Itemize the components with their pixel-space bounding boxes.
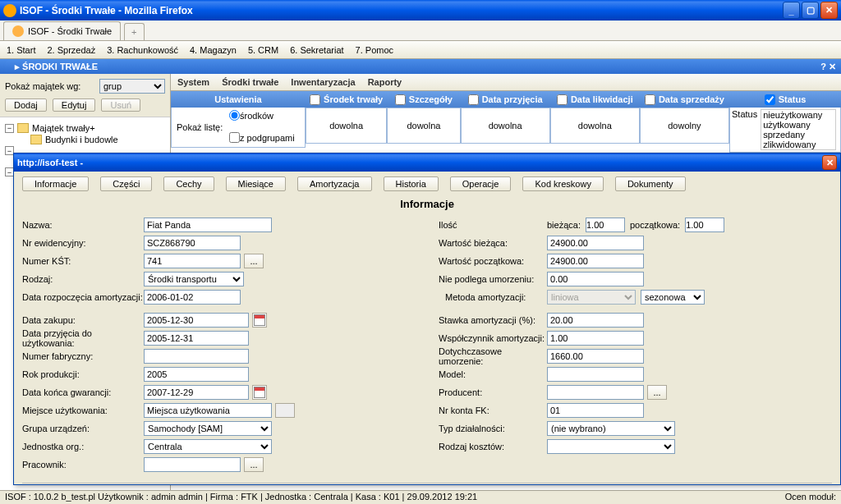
modal-tabs: Informacje Części Cechy Miesiące Amortyz… [22,176,832,191]
metoda2-select[interactable]: sezonowa [641,290,705,305]
folder-icon [30,135,42,144]
nrkonta-input[interactable] [547,403,644,418]
modal-titlebar: http://isof-test - ✕ [14,153,840,172]
grupa-select[interactable]: Samochody [SAM] [144,421,272,436]
col-check[interactable] [395,94,406,105]
col-check[interactable] [645,94,655,105]
stawka-input[interactable] [547,313,644,328]
miejsce-checkbox[interactable] [275,403,295,418]
niepod-input[interactable] [547,272,644,286]
tab-kodkreskowy[interactable]: Kod kreskowy [522,176,603,191]
tab-amortyzacja[interactable]: Amortyzacja [297,176,372,191]
firefox-icon [3,4,16,17]
show-list-label: Pokaż listę: [177,110,229,144]
minimize-button[interactable]: _ [783,2,800,19]
col-check[interactable] [468,94,479,105]
typdz-select[interactable]: (nie wybrano) [547,421,675,436]
os-titlebar: ISOF - Środki Trwałe - Mozilla Firefox _… [0,0,841,21]
wartb-input[interactable] [547,236,644,250]
tree-collapse-icon[interactable]: − [5,124,14,133]
browser-tab[interactable]: ISOF - Środki Trwałe [3,21,121,40]
folder-icon [17,123,29,133]
new-tab-button[interactable]: + [124,23,144,40]
add-button[interactable]: Dodaj [5,99,47,112]
dotych-input[interactable] [547,349,644,364]
model-input[interactable] [547,367,644,382]
kst-lookup-button[interactable]: ... [244,254,264,268]
wspol-input[interactable] [547,331,644,346]
status-list[interactable]: nieużytkowany użytkowany sprzedany zlikw… [761,109,836,150]
menu-sekretariat[interactable]: 6. Sekretariat [290,45,343,55]
menu-start[interactable]: 1. Start [7,45,35,55]
tree-node[interactable]: Budynki i budowle [18,134,165,145]
status-check[interactable] [765,94,775,105]
menu-sprzedaz[interactable]: 2. Sprzedaż [47,45,95,55]
wartp-input[interactable] [547,254,644,268]
window-title: ISOF - Środki Trwałe - Mozilla Firefox [20,5,781,16]
edit-button[interactable]: Edytuj [53,99,96,112]
tab-czesci[interactable]: Części [100,176,152,191]
menu-magazyn[interactable]: 4. Magazyn [190,45,237,55]
col-check[interactable] [310,94,320,105]
rokprod-input[interactable] [144,367,249,382]
calendar-icon[interactable] [252,313,267,328]
rodzaj-select[interactable]: Środki transportu [144,272,244,286]
tab-operacje[interactable]: Operacje [450,176,512,191]
dataroz-input[interactable] [144,290,241,305]
dataprzy-input[interactable] [144,331,249,346]
tab-miesiace[interactable]: Miesiące [226,176,286,191]
module-menubar: System Środki trwałe Inwentaryzacja Rapo… [171,74,841,91]
ilosc-biez-input[interactable] [586,218,625,232]
module-bar: ▸ ŚRODKI TRWAŁE ? ✕ [0,59,841,74]
show-by-label: Pokaż majątek wg: [5,81,99,91]
menu-system[interactable]: System [177,77,209,87]
calendar-icon[interactable] [252,385,267,400]
kst-input[interactable] [144,254,241,268]
tree-root[interactable]: − Majątek trwały+ [5,122,165,134]
tab-label: ISOF - Środki Trwałe [28,26,112,36]
pracownik-input[interactable] [144,457,241,472]
statusbar: ISOF : 10.0.2 b_test.pl Użytkownik : adm… [0,490,841,504]
tab-dokumenty[interactable]: Dokumenty [615,176,686,191]
tab-cechy[interactable]: Cechy [163,176,214,191]
opt-podgrupami[interactable]: z podgrupami [229,132,295,143]
menu-pomoc[interactable]: 7. Pomoc [356,45,393,55]
browser-tabbar: ISOF - Środki Trwałe + [0,21,841,41]
show-by-select[interactable]: grup [99,79,165,94]
ilosc-pocz-input[interactable] [685,218,724,232]
jednostka-select[interactable]: Centrala [144,439,272,454]
nrewid-input[interactable] [144,236,241,250]
tab-favicon-icon [12,25,24,37]
col-check[interactable] [557,94,568,105]
nrfab-input[interactable] [144,349,249,364]
menu-inwent[interactable]: Inwentaryzacja [291,77,355,87]
settings-header: Ustawienia [171,91,306,108]
pracownik-lookup-button[interactable]: ... [244,457,264,472]
rodzk-select[interactable] [547,439,675,454]
asset-modal: http://isof-test - ✕ Informacje Części C… [13,153,841,485]
menu-crm[interactable]: 5. CRM [248,45,278,55]
help-icon[interactable]: ? ✕ [820,62,836,72]
metoda-select: liniowa [547,290,636,305]
delete-button[interactable]: Usuń [101,99,140,112]
module-tab[interactable]: ▸ ŚRODKI TRWAŁE [5,60,108,74]
modal-heading: Informacje [22,198,832,210]
menu-srodki[interactable]: Środki trwałe [222,77,278,87]
modal-close-button[interactable]: ✕ [822,155,837,170]
menu-rachunkowosc[interactable]: 3. Rachunkowość [107,45,178,55]
close-button[interactable]: ✕ [820,2,838,19]
app-menubar: 1. Start 2. Sprzedaż 3. Rachunkowość 4. … [0,41,841,59]
datazak-input[interactable] [144,313,249,328]
prod-lookup-button[interactable]: ... [647,385,667,400]
datagw-input[interactable] [144,385,249,400]
nazwa-input[interactable] [144,218,272,232]
miejsce-input[interactable] [144,403,272,418]
opt-srodkow[interactable]: środków [229,110,295,121]
tab-informacje[interactable]: Informacje [22,176,89,191]
maximize-button[interactable]: ▢ [802,2,819,19]
prod-input[interactable] [547,385,644,400]
menu-raporty[interactable]: Raporty [368,77,402,87]
filter-bar: Ustawienia Pokaż listę: środków z podgru… [171,91,841,153]
tab-historia[interactable]: Historia [384,176,439,191]
